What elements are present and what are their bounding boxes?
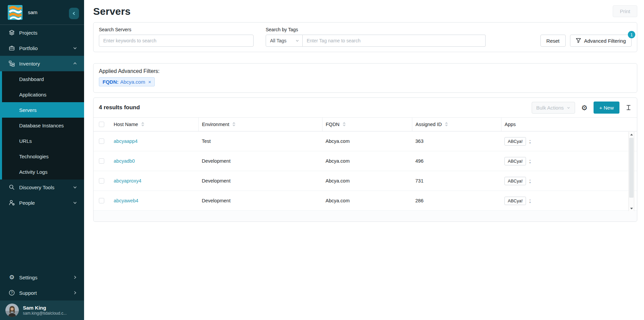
scroll-up-icon[interactable] [629, 132, 634, 137]
sidebar-item-database-instances[interactable]: Database Instances [2, 118, 84, 133]
row-checkbox[interactable] [99, 178, 104, 184]
fqdn-cell: Abcya.com [322, 151, 412, 171]
search-servers-input[interactable] [99, 35, 254, 47]
row-checkbox[interactable] [99, 158, 104, 164]
filter-count-badge: 1 [628, 31, 635, 38]
sidebar-item-label: Portfolio [19, 45, 73, 51]
app-chip[interactable]: ABCya! [504, 157, 526, 165]
question-circle-icon: ? [8, 289, 15, 296]
tag-name-input[interactable] [303, 35, 486, 47]
tags-type-select[interactable]: All Tags [266, 35, 303, 47]
funnel-icon [576, 38, 581, 43]
column-header-assigned-id[interactable]: Assigned ID [416, 122, 498, 127]
host-link[interactable]: abcyaweb4 [114, 198, 138, 203]
environment-cell: Test [198, 131, 322, 151]
host-link[interactable]: abcyaproxy4 [114, 178, 141, 184]
user-gear-icon [8, 199, 15, 206]
fqdn-cell: Abcya.com [322, 191, 412, 211]
remove-filter-icon[interactable]: × [148, 79, 151, 84]
print-button[interactable]: Print [613, 5, 637, 17]
sidebar-item-inventory[interactable]: Inventory [0, 56, 84, 71]
table-row: abcyaproxy4 Development Abcya.com 731 AB… [93, 171, 637, 191]
toolbar-actions: Bulk Actions ⚙ + New [532, 102, 632, 114]
sidebar-item-label: Settings [19, 275, 73, 280]
apps-suffix: ; [529, 138, 531, 144]
assigned-id-cell: 731 [412, 171, 501, 191]
row-checkbox[interactable] [99, 138, 104, 144]
sidebar-header: sam [0, 0, 84, 25]
chevron-down-icon [295, 39, 299, 43]
filter-chip-field: FQDN: [103, 79, 119, 85]
column-header-host-name[interactable]: Host Name [114, 122, 195, 127]
applied-filters-title: Applied Advanced Filters: [99, 68, 632, 74]
scrollbar-track[interactable] [629, 137, 634, 206]
sidebar-item-applications[interactable]: Applications [2, 87, 84, 102]
select-all-checkbox[interactable] [99, 122, 104, 127]
avatar [5, 304, 19, 317]
tidal-logo[interactable] [8, 5, 23, 20]
sidebar-item-dashboard[interactable]: Dashboard [2, 71, 84, 87]
briefcase-icon [8, 45, 15, 51]
host-link[interactable]: abcyaapp4 [114, 138, 138, 144]
app-chip[interactable]: ABCya! [504, 177, 526, 185]
fqdn-cell: Abcya.com [322, 171, 412, 191]
advanced-filtering-button[interactable]: Advanced Filtering 1 [570, 35, 632, 47]
chevron-right-icon [73, 275, 77, 280]
sidebar-item-discovery-tools[interactable]: Discovery Tools [0, 179, 84, 195]
inventory-submenu: Dashboard Applications Servers Database … [0, 71, 84, 179]
workspace-name: sam [28, 9, 37, 15]
advanced-filtering-label: Advanced Filtering [584, 38, 626, 44]
app-root: sam Projects [0, 0, 644, 320]
apps-suffix: ; [529, 198, 531, 203]
sidebar-item-portfolio[interactable]: Portfolio [0, 40, 84, 56]
row-height-button[interactable] [626, 105, 632, 111]
column-header-environment[interactable]: Environment [202, 122, 319, 127]
sidebar-item-people[interactable]: People [0, 195, 84, 210]
layers-icon [8, 29, 15, 36]
sort-icon [141, 122, 145, 127]
tags-select-value: All Tags [270, 38, 287, 43]
sidebar-item-support[interactable]: ? Support [0, 285, 84, 301]
table-scrollbar[interactable] [629, 132, 634, 211]
app-chip[interactable]: ABCya! [504, 137, 526, 146]
sidebar-item-servers[interactable]: Servers [2, 102, 84, 118]
sidebar-item-urls[interactable]: URLs [2, 133, 84, 149]
scroll-down-icon[interactable] [629, 206, 634, 211]
sidebar-subitem-label: Technologies [19, 154, 49, 159]
apps-cell: ABCya!; [501, 151, 637, 171]
sidebar-item-technologies[interactable]: Technologies [2, 149, 84, 164]
sidebar-collapse-button[interactable] [69, 8, 79, 19]
applied-filters-card: Applied Advanced Filters: FQDN: Abcya.co… [93, 63, 637, 93]
sidebar-item-label: Projects [19, 30, 77, 36]
reset-button[interactable]: Reset [540, 35, 566, 47]
column-header-apps: Apps [505, 122, 634, 127]
chevron-down-icon [73, 200, 77, 205]
filter-actions: Reset Advanced Filtering 1 [540, 35, 632, 47]
bulk-actions-button[interactable]: Bulk Actions [532, 102, 575, 114]
sidebar-item-activity-logs[interactable]: Activity Logs [2, 164, 84, 179]
column-header-fqdn[interactable]: FQDN [326, 122, 409, 127]
app-chip[interactable]: ABCya! [504, 197, 526, 205]
host-link[interactable]: abcyadb0 [114, 158, 135, 164]
gear-icon: ⚙ [581, 104, 588, 111]
column-label: Assigned ID [416, 122, 442, 127]
row-checkbox[interactable] [99, 198, 104, 203]
table-settings-button[interactable]: ⚙ [581, 104, 588, 111]
assigned-id-cell: 496 [412, 151, 501, 171]
sidebar-item-settings[interactable]: ⚙ Settings [0, 270, 84, 285]
scrollbar-thumb[interactable] [629, 138, 634, 198]
environment-cell: Development [198, 171, 322, 191]
results-toolbar: 4 results found Bulk Actions ⚙ + New [93, 98, 637, 117]
sidebar-item-label: Discovery Tools [19, 185, 73, 190]
bulk-actions-label: Bulk Actions [536, 105, 564, 111]
user-profile[interactable]: Sam King sam.king@tidalcloud.c... [0, 301, 84, 320]
assigned-id-cell: 286 [412, 191, 501, 211]
sidebar-item-projects[interactable]: Projects [0, 25, 84, 40]
environment-cell: Development [198, 151, 322, 171]
environment-cell: Development [198, 191, 322, 211]
sidebar-subitem-label: Dashboard [19, 76, 44, 82]
apps-suffix: ; [529, 178, 531, 184]
new-server-button[interactable]: + New [594, 102, 619, 114]
sidebar-subitem-label: Applications [19, 92, 46, 97]
column-label: Apps [505, 122, 516, 127]
